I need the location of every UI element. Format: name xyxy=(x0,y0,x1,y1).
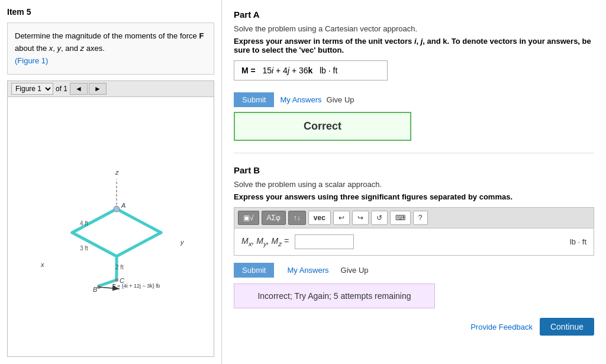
part-b-title: Part B xyxy=(234,165,594,175)
continue-button[interactable]: Continue xyxy=(540,318,594,336)
part-b-incorrect-box: Incorrect; Try Again; 5 attempts remaini… xyxy=(234,284,435,308)
svg-text:x: x xyxy=(40,261,44,268)
vec-button[interactable]: vec xyxy=(308,211,331,225)
svg-text:A: A xyxy=(121,202,125,209)
figure-svg: z y x A C xyxy=(28,162,194,292)
part-a-answer-label: M = xyxy=(241,66,260,75)
part-a-bold-instruction: Express your answer in terms of the unit… xyxy=(234,37,594,54)
part-a-section: Part A Solve the problem using a Cartesi… xyxy=(234,9,594,141)
figure-next-button[interactable]: ► xyxy=(89,83,107,95)
matrix-button[interactable]: ▣√ xyxy=(238,211,259,225)
section-divider xyxy=(234,153,594,153)
keyboard-button[interactable]: ⌨ xyxy=(390,211,411,225)
left-panel: Item 5 Determine the magnitude of the mo… xyxy=(0,0,222,364)
part-a-correct-label: Correct xyxy=(304,120,341,132)
part-a-give-up-link[interactable]: Give Up xyxy=(327,95,354,104)
part-b-section: Part B Solve the problem using a scalar … xyxy=(234,165,594,336)
part-a-instruction: Solve the problem using a Cartesian vect… xyxy=(234,24,594,33)
part-a-correct-box: Correct xyxy=(234,112,411,141)
svg-text:z: z xyxy=(115,169,119,176)
part-b-incorrect-label: Incorrect; Try Again; 5 attempts remaini… xyxy=(257,291,411,301)
svg-rect-0 xyxy=(28,162,194,292)
math-toolbar: ▣√ ΑΣφ ↑↓ vec ↩ ↪ ↺ ⌨ ? xyxy=(234,207,594,228)
arrows-button[interactable]: ↑↓ xyxy=(288,211,306,225)
part-a-answer-value: 15i + 4j + 36k lb · ft xyxy=(262,66,337,75)
svg-point-11 xyxy=(114,206,120,212)
problem-text: Determine the magnitude of the moments o… xyxy=(15,31,204,53)
svg-text:3 ft: 3 ft xyxy=(80,245,88,252)
right-panel: Part A Solve the problem using a Cartesi… xyxy=(222,0,606,364)
figure-prev-button[interactable]: ◄ xyxy=(70,83,88,95)
svg-text:F = {4i + 12j − 3k} lb: F = {4i + 12j − 3k} lb xyxy=(112,283,160,289)
item-title: Item 5 xyxy=(7,7,214,17)
part-b-input-container: ▣√ ΑΣφ ↑↓ vec ↩ ↪ ↺ ⌨ ? Mx, My, Mz = lb … xyxy=(234,207,594,256)
figure-of-label: of 1 xyxy=(56,85,67,93)
part-a-my-answers-link[interactable]: My Answers xyxy=(280,95,321,104)
part-a-actions: Submit My Answers Give Up xyxy=(234,92,594,107)
part-b-submit-button[interactable]: Submit xyxy=(234,263,274,278)
part-b-my-answers-link[interactable]: My Answers xyxy=(287,266,328,275)
part-a-title: Part A xyxy=(234,9,594,20)
part-a-answer-box: M = 15i + 4j + 36k lb · ft xyxy=(234,60,388,80)
part-b-math-label: Mx, My, Mz = xyxy=(241,236,289,247)
redo-button[interactable]: ↪ xyxy=(352,211,369,225)
part-b-input-row: Mx, My, Mz = lb · ft xyxy=(241,234,586,249)
part-b-answer-input[interactable] xyxy=(295,234,354,249)
figure-bar: Figure 1 of 1 ◄ ► xyxy=(7,80,214,97)
feedback-row: Provide Feedback Continue xyxy=(234,318,594,336)
part-b-submit-row: Submit My Answers Give Up xyxy=(234,263,594,278)
part-b-give-up-link[interactable]: Give Up xyxy=(341,266,369,275)
part-a-submit-button[interactable]: Submit xyxy=(234,92,274,107)
problem-box: Determine the magnitude of the moments o… xyxy=(7,22,214,75)
greek-button[interactable]: ΑΣφ xyxy=(262,211,286,225)
figure-link[interactable]: (Figure 1) xyxy=(15,56,48,65)
part-b-unit-label: lb · ft xyxy=(570,237,586,246)
part-b-bold-instruction: Express your answers using three signifi… xyxy=(234,192,594,201)
help-button[interactable]: ? xyxy=(413,211,428,225)
figure-image-area: z y x A C xyxy=(7,97,214,357)
svg-point-13 xyxy=(115,278,118,282)
svg-text:4 ft: 4 ft xyxy=(80,220,88,227)
figure-select[interactable]: Figure 1 xyxy=(11,83,53,95)
svg-text:2 ft: 2 ft xyxy=(115,264,124,270)
undo-button[interactable]: ↩ xyxy=(333,211,350,225)
part-b-input-area: Mx, My, Mz = lb · ft xyxy=(234,228,594,256)
provide-feedback-link[interactable]: Provide Feedback xyxy=(470,323,533,331)
part-b-instruction: Solve the problem using a scalar approac… xyxy=(234,180,594,189)
refresh-button[interactable]: ↺ xyxy=(371,211,388,225)
svg-text:B: B xyxy=(93,286,97,292)
